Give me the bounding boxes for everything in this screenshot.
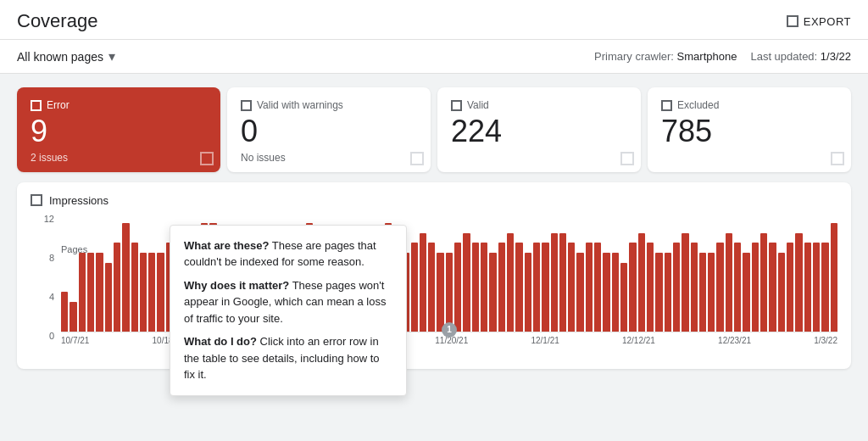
bar-73 bbox=[699, 253, 706, 332]
bar-40 bbox=[411, 243, 418, 331]
error-card[interactable]: Error 9 2 issues bbox=[17, 87, 220, 172]
bar-54 bbox=[533, 243, 540, 331]
valid-checkbox bbox=[451, 100, 462, 111]
bar-51 bbox=[507, 233, 514, 332]
y-label-8: 8 bbox=[31, 253, 54, 263]
chart-header: Impressions bbox=[31, 194, 837, 207]
error-card-label: Error bbox=[47, 99, 70, 111]
bar-80 bbox=[760, 233, 767, 332]
subheader-right: Primary crawler: Smartphone Last updated… bbox=[594, 50, 851, 63]
valid-warnings-label: Valid with warnings bbox=[257, 99, 343, 111]
bar-87 bbox=[821, 243, 828, 331]
excluded-number: 785 bbox=[661, 114, 837, 148]
pages-dropdown[interactable]: All known pages ▾ bbox=[17, 48, 115, 64]
bar-83 bbox=[787, 243, 793, 331]
cards-row: Error 9 2 issues Valid with warnings 0 N… bbox=[17, 87, 851, 172]
excluded-checkbox bbox=[661, 100, 672, 111]
error-card-sub: 2 issues bbox=[31, 152, 207, 164]
bar-60 bbox=[586, 243, 593, 331]
bar-0 bbox=[61, 292, 68, 331]
bar-56 bbox=[551, 233, 558, 332]
y-label-12: 12 bbox=[31, 214, 54, 224]
bar-10 bbox=[148, 253, 155, 332]
x-label-6: 12/12/21 bbox=[622, 336, 655, 345]
bar-61 bbox=[594, 243, 601, 331]
bar-50 bbox=[498, 243, 505, 331]
x-label-8: 1/3/22 bbox=[814, 336, 837, 345]
page-header: Coverage EXPORT bbox=[0, 0, 868, 40]
valid-label: Valid bbox=[467, 99, 489, 111]
chevron-down-icon: ▾ bbox=[108, 48, 115, 64]
page-title: Coverage bbox=[17, 10, 97, 32]
chart-inner: 12 8 4 0 10/7/21 10/18/21 10/29/21 11/9/… bbox=[31, 214, 837, 358]
error-card-checkbox bbox=[31, 100, 42, 111]
bar-8 bbox=[131, 243, 138, 331]
x-label-7: 12/23/21 bbox=[718, 336, 751, 345]
error-card-number: 9 bbox=[31, 114, 207, 148]
bar-69 bbox=[665, 253, 671, 332]
tooltip-q2: Why does it matter? These pages won't ap… bbox=[184, 277, 392, 327]
bar-63 bbox=[612, 253, 619, 332]
y-label-4: 4 bbox=[31, 292, 54, 302]
bar-57 bbox=[559, 233, 566, 332]
main-content: Error 9 2 issues Valid with warnings 0 N… bbox=[0, 74, 868, 430]
export-label: EXPORT bbox=[804, 15, 851, 28]
tooltip-overlay: What are these? These are pages that cou… bbox=[170, 225, 407, 396]
valid-warnings-card[interactable]: Valid with warnings 0 No issues bbox=[227, 87, 431, 172]
bar-49 bbox=[489, 253, 496, 332]
bar-2 bbox=[79, 253, 86, 332]
bar-79 bbox=[752, 243, 759, 331]
bar-84 bbox=[795, 233, 802, 332]
bar-66 bbox=[638, 233, 645, 332]
bar-44 bbox=[446, 253, 453, 332]
bar-72 bbox=[691, 243, 698, 331]
updated-info: Last updated: 1/3/22 bbox=[750, 50, 851, 63]
valid-warnings-sub: No issues bbox=[241, 152, 417, 164]
bar-5 bbox=[105, 263, 112, 332]
chart-area: Impressions Pages 12 8 4 0 10/7/21 10/18… bbox=[17, 182, 851, 369]
excluded-card[interactable]: Excluded 785 bbox=[648, 87, 851, 172]
impressions-label: Impressions bbox=[49, 194, 108, 207]
tooltip-q1: What are these? These are pages that cou… bbox=[184, 237, 392, 271]
bar-11 bbox=[157, 253, 164, 332]
bar-43 bbox=[437, 253, 443, 332]
impressions-checkbox[interactable] bbox=[31, 194, 42, 206]
bar-46 bbox=[463, 233, 470, 332]
excluded-label: Excluded bbox=[677, 99, 719, 111]
crawler-info: Primary crawler: Smartphone bbox=[594, 50, 737, 63]
tooltip-q1-bold: What are these? bbox=[184, 239, 269, 252]
valid-card[interactable]: Valid 224 bbox=[437, 87, 641, 172]
bar-71 bbox=[682, 233, 688, 332]
bar-81 bbox=[769, 243, 776, 331]
export-button[interactable]: EXPORT bbox=[787, 15, 851, 28]
valid-warnings-checkbox bbox=[241, 100, 252, 111]
bar-74 bbox=[708, 253, 715, 332]
bar-52 bbox=[515, 243, 522, 331]
bar-78 bbox=[743, 253, 749, 332]
scrubber-dot[interactable]: 1 bbox=[442, 322, 457, 338]
export-checkbox-icon bbox=[787, 15, 798, 27]
x-label-5: 12/1/21 bbox=[531, 336, 559, 345]
bar-65 bbox=[629, 243, 636, 331]
bar-86 bbox=[813, 243, 820, 331]
bar-76 bbox=[726, 233, 732, 332]
subheader: All known pages ▾ Primary crawler: Smart… bbox=[0, 40, 868, 74]
bar-77 bbox=[734, 243, 741, 331]
bar-82 bbox=[778, 253, 785, 332]
bar-55 bbox=[542, 243, 548, 331]
tooltip-q2-bold: Why does it matter? bbox=[184, 279, 289, 292]
bar-88 bbox=[831, 223, 837, 331]
bar-59 bbox=[576, 253, 583, 332]
y-label-0: 0 bbox=[31, 331, 54, 341]
bar-1 bbox=[70, 302, 76, 332]
valid-corner-icon bbox=[620, 152, 634, 165]
bar-75 bbox=[716, 243, 723, 331]
x-label-0: 10/7/21 bbox=[61, 336, 89, 345]
bar-45 bbox=[454, 243, 461, 331]
pages-dropdown-label: All known pages bbox=[17, 50, 103, 64]
bar-68 bbox=[655, 253, 662, 332]
bar-48 bbox=[481, 243, 487, 331]
bar-7 bbox=[122, 223, 129, 331]
bar-4 bbox=[96, 253, 103, 332]
bar-64 bbox=[620, 263, 627, 332]
